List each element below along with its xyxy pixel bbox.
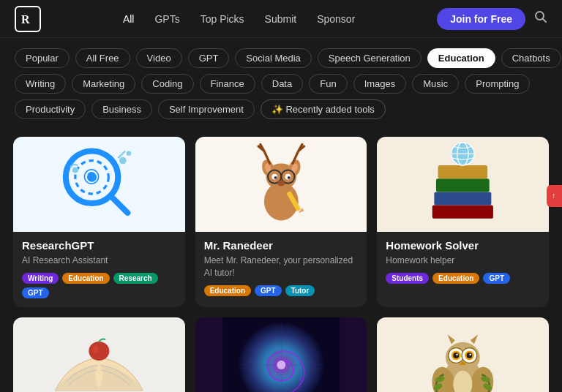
tag-marketing[interactable]: Marketing <box>72 74 135 94</box>
tag-fun[interactable]: Fun <box>309 74 347 94</box>
pill-students: Students <box>386 273 429 284</box>
svg-marker-47 <box>471 334 478 344</box>
tool-image-ranedeer <box>195 137 367 232</box>
join-button[interactable]: Join for Free <box>437 8 525 30</box>
tag-speechgen[interactable]: Speech Generation <box>318 48 422 68</box>
svg-point-55 <box>470 353 472 355</box>
tool-desc-ranedeer: Meet Mr. Ranedeer, your personalized AI … <box>204 255 359 279</box>
tag-data[interactable]: Data <box>261 74 303 94</box>
search-button[interactable] <box>534 10 547 27</box>
tool-body-homework: Homework Solver Homework helper Students… <box>377 232 549 293</box>
nav-submit[interactable]: Submit <box>265 13 297 25</box>
tool-desc-researchgpt: AI Research Assistant <box>22 255 176 267</box>
nav-toppicks[interactable]: Top Picks <box>201 13 244 25</box>
tag-images[interactable]: Images <box>353 74 407 94</box>
tag-allfree[interactable]: All Free <box>75 48 130 68</box>
svg-rect-30 <box>438 165 488 178</box>
svg-point-54 <box>457 353 459 355</box>
tool-name-ranedeer: Mr. Ranedeer <box>204 239 359 252</box>
svg-point-8 <box>72 167 78 173</box>
svg-point-41 <box>272 356 290 374</box>
svg-line-6 <box>111 196 128 213</box>
pill-research: Research <box>113 273 158 284</box>
tool-desc-homework: Homework helper <box>386 255 540 267</box>
filter-row-1: Popular All Free Video GPT Social Media … <box>15 48 547 68</box>
pill-gpt3: GPT <box>483 273 510 284</box>
tag-video[interactable]: Video <box>136 48 182 68</box>
pill-education: Education <box>62 273 109 284</box>
svg-line-2 <box>543 19 547 23</box>
side-feedback-button[interactable]: ← <box>547 185 562 207</box>
pill-writing: Writing <box>22 273 59 284</box>
tool-name-researchgpt: ResearchGPT <box>22 239 176 252</box>
tag-selfimprovement[interactable]: Self Improvement <box>158 99 255 119</box>
main-nav: All GPTs Top Picks Submit Sponsor <box>123 13 355 25</box>
pill-gpt: GPT <box>22 287 49 298</box>
svg-rect-27 <box>432 206 493 219</box>
tool-image-homework <box>377 137 549 232</box>
tag-productivity[interactable]: Productivity <box>15 99 86 119</box>
tool-body-ranedeer: Mr. Ranedeer Meet Mr. Ranedeer, your per… <box>195 232 367 305</box>
tool-image-essay <box>13 317 185 392</box>
svg-text:R: R <box>21 13 30 26</box>
tag-recenttools[interactable]: ✨ Recently added tools <box>261 99 386 119</box>
svg-rect-28 <box>435 192 492 205</box>
header: R All GPTs Top Picks Submit Sponsor Join… <box>0 0 562 38</box>
svg-point-35 <box>92 346 98 353</box>
svg-point-23 <box>287 176 290 179</box>
nav-gpts[interactable]: GPTs <box>154 13 179 25</box>
filter-row-2: Writing Marketing Coding Finance Data Fu… <box>15 74 547 94</box>
tag-chatbots[interactable]: Chatbots <box>501 48 561 68</box>
filter-row-3: Productivity Business Self Improvement ✨… <box>15 99 547 119</box>
tool-image-infinity <box>195 317 367 392</box>
tag-finance[interactable]: Finance <box>200 74 255 94</box>
tag-education[interactable]: Education <box>427 48 495 68</box>
pill-education2: Education <box>204 285 251 296</box>
tag-popular[interactable]: Popular <box>15 48 70 68</box>
nav-all[interactable]: All <box>123 13 135 25</box>
svg-point-22 <box>274 176 277 179</box>
svg-point-9 <box>119 157 127 165</box>
svg-rect-29 <box>436 178 490 192</box>
svg-marker-46 <box>448 334 455 344</box>
pill-education3: Education <box>432 273 479 284</box>
tools-grid: © ResearchGPT AI Research Assistant Writ… <box>0 129 562 392</box>
tag-music[interactable]: Music <box>412 74 459 94</box>
svg-point-52 <box>454 353 460 358</box>
tool-pills-ranedeer: Education GPT Tutor <box>204 285 359 296</box>
tool-pills-researchgpt: Writing Education Research GPT <box>22 273 176 298</box>
svg-point-10 <box>127 151 132 157</box>
header-right: Join for Free <box>437 8 547 30</box>
tag-business[interactable]: Business <box>91 99 152 119</box>
svg-point-53 <box>467 353 473 358</box>
svg-point-7 <box>87 173 97 182</box>
logo[interactable]: R <box>15 6 41 32</box>
svg-point-24 <box>277 181 285 186</box>
tool-image-researchgpt: © <box>13 137 185 232</box>
tool-card-infinity[interactable]: The Beginning of Infinity GPT Explores '… <box>195 317 367 392</box>
tool-card-ranedeer[interactable]: Mr. Ranedeer Meet Mr. Ranedeer, your per… <box>195 137 367 307</box>
tool-body-researchgpt: ResearchGPT AI Research Assistant Writin… <box>13 232 185 307</box>
tool-card-homework[interactable]: Homework Solver Homework helper Students… <box>377 137 549 307</box>
svg-point-34 <box>89 342 109 361</box>
tool-name-homework: Homework Solver <box>386 239 540 252</box>
tag-prompting[interactable]: Prompting <box>465 74 530 94</box>
tag-gpt[interactable]: GPT <box>188 48 230 68</box>
tool-card-researchgpt[interactable]: © ResearchGPT AI Research Assistant Writ… <box>13 137 185 307</box>
pill-tutor: Tutor <box>285 285 315 296</box>
tool-card-essay[interactable]: Essay Evaluator An essay grader for teac… <box>13 317 185 392</box>
tool-pills-homework: Students Education GPT <box>386 273 540 284</box>
tool-card-mentor[interactable]: Research Mentor Guiding students through… <box>377 317 549 392</box>
tag-writing[interactable]: Writing <box>15 74 66 94</box>
filters-section: Popular All Free Video GPT Social Media … <box>0 38 562 129</box>
nav-sponsor[interactable]: Sponsor <box>317 13 355 25</box>
tag-socialmedia[interactable]: Social Media <box>235 48 311 68</box>
pill-gpt2: GPT <box>255 285 282 296</box>
tag-coding[interactable]: Coding <box>141 74 193 94</box>
tool-image-mentor <box>377 317 549 392</box>
